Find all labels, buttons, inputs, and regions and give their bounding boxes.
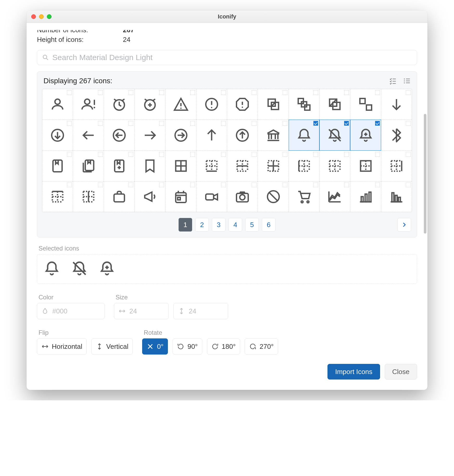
import-button[interactable]: Import Icons bbox=[327, 364, 380, 379]
icon-cell-camcorder[interactable] bbox=[196, 181, 227, 212]
selected-bell-plus[interactable] bbox=[99, 260, 115, 278]
checkbox[interactable] bbox=[406, 183, 411, 187]
icon-cell-border-left[interactable] bbox=[289, 151, 319, 181]
search-field[interactable] bbox=[37, 50, 417, 65]
icon-cell-chart-bar[interactable] bbox=[350, 181, 381, 212]
checkbox[interactable] bbox=[252, 121, 256, 126]
checkbox[interactable] bbox=[129, 90, 133, 95]
rotate-180-button[interactable]: 180° bbox=[207, 338, 240, 355]
icon-cell-arrow-left-circle[interactable] bbox=[104, 120, 135, 150]
close-button[interactable]: Close bbox=[385, 364, 417, 379]
icon-cell-border-right[interactable] bbox=[381, 151, 412, 181]
checkbox[interactable] bbox=[129, 183, 133, 187]
selected-bell[interactable] bbox=[43, 260, 60, 278]
checkbox[interactable] bbox=[221, 152, 226, 157]
rotate-0-button[interactable]: 0° bbox=[142, 338, 168, 355]
checkbox[interactable] bbox=[221, 90, 226, 95]
checkbox[interactable] bbox=[283, 152, 287, 157]
page-4-button[interactable]: 4 bbox=[229, 218, 242, 231]
checkbox[interactable] bbox=[159, 183, 164, 187]
checkbox[interactable] bbox=[406, 121, 411, 126]
icon-cell-arrow-right-circle[interactable] bbox=[165, 120, 196, 150]
icon-cell-bank[interactable] bbox=[258, 120, 288, 150]
flip-vertical-button[interactable]: Vertical bbox=[91, 338, 133, 355]
next-page-button[interactable] bbox=[398, 218, 411, 231]
checkbox[interactable] bbox=[221, 183, 226, 187]
checkbox[interactable] bbox=[375, 152, 380, 157]
icon-cell-book-multiple[interactable] bbox=[73, 151, 104, 181]
checkbox[interactable] bbox=[375, 90, 380, 95]
checkbox[interactable] bbox=[67, 183, 72, 187]
icon-cell-book-plus[interactable] bbox=[104, 151, 135, 181]
icon-cell-border-inside[interactable] bbox=[258, 151, 288, 181]
checkbox[interactable] bbox=[98, 90, 103, 95]
checkbox[interactable] bbox=[344, 90, 349, 95]
icon-cell-arrow-up-circle[interactable] bbox=[227, 120, 258, 150]
selected-bell-off[interactable] bbox=[71, 260, 88, 278]
checkbox[interactable] bbox=[252, 90, 256, 95]
icon-cell-alert-circle[interactable] bbox=[196, 89, 227, 120]
icon-cell-border-horizontal[interactable] bbox=[227, 151, 258, 181]
icon-cell-border-vertical[interactable] bbox=[73, 181, 104, 212]
icon-cell-alarm-plus[interactable] bbox=[135, 89, 165, 120]
icon-cell-camera[interactable] bbox=[227, 181, 258, 212]
icon-cell-alert[interactable] bbox=[165, 89, 196, 120]
checkbox[interactable] bbox=[313, 90, 318, 95]
icon-cell-arrow-up[interactable] bbox=[196, 120, 227, 150]
checkbox[interactable] bbox=[252, 152, 256, 157]
icon-cell-briefcase[interactable] bbox=[104, 181, 135, 212]
icon-cell-arrange-bring-to-front[interactable] bbox=[289, 89, 319, 120]
page-1-button[interactable]: 1 bbox=[179, 218, 192, 231]
scrollbar[interactable] bbox=[424, 114, 426, 234]
icon-cell-cart[interactable] bbox=[289, 181, 319, 212]
icon-cell-chart-areaspline[interactable] bbox=[319, 181, 350, 212]
checkbox[interactable] bbox=[98, 121, 103, 126]
rotate-90-button[interactable]: 90° bbox=[173, 338, 202, 355]
icon-cell-bell-off[interactable] bbox=[319, 120, 350, 150]
checkbox[interactable] bbox=[283, 121, 287, 126]
color-input[interactable] bbox=[37, 303, 105, 319]
page-2-button[interactable]: 2 bbox=[195, 218, 209, 231]
checkbox[interactable] bbox=[221, 121, 226, 126]
icon-cell-border-none[interactable] bbox=[319, 151, 350, 181]
search-input[interactable] bbox=[52, 53, 412, 62]
color-value[interactable] bbox=[52, 307, 75, 316]
icon-cell-bluetooth[interactable] bbox=[381, 120, 412, 150]
height-value[interactable] bbox=[188, 307, 212, 316]
icon-cell-border-all[interactable] bbox=[165, 151, 196, 181]
icon-cell-bullhorn[interactable] bbox=[135, 181, 165, 212]
width-input[interactable] bbox=[114, 303, 169, 319]
checkbox[interactable] bbox=[98, 183, 103, 187]
icon-cell-arrow-right[interactable] bbox=[135, 120, 165, 150]
checkbox[interactable] bbox=[283, 183, 287, 187]
icon-cell-bookmark[interactable] bbox=[135, 151, 165, 181]
icon-cell-arrange-send-backward[interactable] bbox=[319, 89, 350, 120]
checkbox[interactable] bbox=[67, 152, 72, 157]
checkbox[interactable] bbox=[313, 152, 318, 157]
icon-cell-border-top[interactable] bbox=[42, 181, 73, 212]
icon-cell-arrow-down-circle[interactable] bbox=[42, 120, 73, 150]
icon-cell-bell-plus[interactable] bbox=[350, 120, 381, 150]
checkbox[interactable] bbox=[129, 152, 133, 157]
page-3-button[interactable]: 3 bbox=[212, 218, 225, 231]
icon-cell-arrow-left[interactable] bbox=[73, 120, 104, 150]
flip-horizontal-button[interactable]: Horizontal bbox=[37, 338, 87, 355]
checkbox[interactable] bbox=[375, 183, 380, 187]
checkbox[interactable] bbox=[344, 183, 349, 187]
checkbox[interactable] bbox=[252, 183, 256, 187]
checkbox[interactable] bbox=[406, 152, 411, 157]
checkbox[interactable] bbox=[344, 152, 349, 157]
checkbox[interactable] bbox=[283, 90, 287, 95]
icon-cell-cancel[interactable] bbox=[258, 181, 288, 212]
icon-cell-bell[interactable] bbox=[289, 120, 319, 150]
rotate-270-button[interactable]: 270° bbox=[245, 338, 278, 355]
page-6-button[interactable]: 6 bbox=[262, 218, 275, 231]
checkbox[interactable] bbox=[67, 90, 72, 95]
list-view-icon[interactable] bbox=[403, 77, 411, 85]
icon-cell-border-outside[interactable] bbox=[350, 151, 381, 181]
icon-cell-book[interactable] bbox=[42, 151, 73, 181]
checkbox[interactable] bbox=[406, 90, 411, 95]
checkbox[interactable] bbox=[98, 152, 103, 157]
icon-cell-arrange-send-to-back[interactable] bbox=[350, 89, 381, 120]
icon-cell-account-alert[interactable] bbox=[73, 89, 104, 120]
